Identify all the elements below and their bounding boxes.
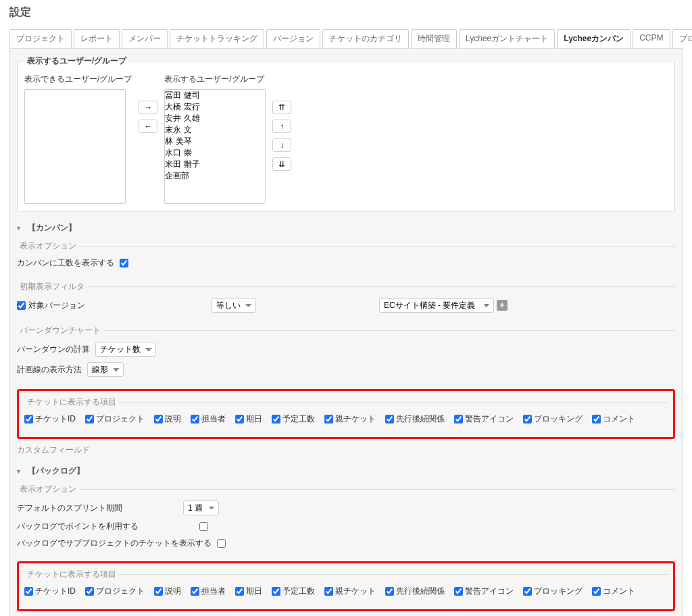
ticket-field-item[interactable]: プロジェクト xyxy=(85,413,145,425)
backlog-ticket-fields-legend: チケットに表示する項目 xyxy=(24,569,119,580)
ticket-field-item[interactable]: 予定工数 xyxy=(272,586,315,597)
tab-time[interactable]: 時間管理 xyxy=(411,29,457,48)
ticket-field-checkbox[interactable] xyxy=(154,415,163,424)
tab-project[interactable]: プロジェクト xyxy=(9,29,72,48)
ticket-field-item[interactable]: 警告アイコン xyxy=(454,413,514,425)
ticket-field-checkbox[interactable] xyxy=(154,587,163,596)
ticket-field-label: 担当者 xyxy=(201,413,226,425)
user-option[interactable]: 安井 久雄 xyxy=(165,113,265,124)
show-subproject-checkbox[interactable] xyxy=(217,539,226,548)
ticket-field-checkbox[interactable] xyxy=(523,415,532,424)
ticket-field-item[interactable]: ブロッキング xyxy=(523,586,583,597)
plan-line-select[interactable]: 線形 xyxy=(87,362,124,377)
ticket-field-item[interactable]: 説明 xyxy=(154,586,181,597)
ticket-field-checkbox[interactable] xyxy=(385,587,394,596)
ticket-field-checkbox[interactable] xyxy=(592,587,601,596)
tab-report[interactable]: レポート xyxy=(74,29,120,48)
target-version-checkbox[interactable] xyxy=(17,301,26,310)
ticket-field-label: プロジェクト xyxy=(96,413,145,425)
ticket-field-item[interactable]: コメント xyxy=(592,586,635,597)
kanban-ticket-fields-highlight: チケットに表示する項目 チケットIDプロジェクト説明担当者期日予定工数親チケット… xyxy=(17,389,675,439)
move-down-button[interactable]: ↓ xyxy=(272,138,291,152)
ticket-field-item[interactable]: チケットID xyxy=(24,586,76,597)
ticket-field-label: 予定工数 xyxy=(282,586,315,597)
selected-users-label: 表示するユーザー/グループ xyxy=(164,74,266,85)
ticket-field-checkbox[interactable] xyxy=(85,587,94,596)
user-option[interactable]: 大橋 宏行 xyxy=(165,101,265,113)
ticket-field-item[interactable]: 先行後続関係 xyxy=(385,413,445,425)
ticket-field-checkbox[interactable] xyxy=(272,587,280,596)
tab-tracking[interactable]: チケットトラッキング xyxy=(170,29,264,48)
use-points-checkbox[interactable] xyxy=(199,522,208,531)
ticket-field-label: プロジェクト xyxy=(96,586,145,597)
move-right-button[interactable]: → xyxy=(139,101,157,114)
ticket-field-checkbox[interactable] xyxy=(85,415,94,424)
ticket-field-checkbox[interactable] xyxy=(454,415,463,424)
ticket-field-checkbox[interactable] xyxy=(24,415,33,424)
kanban-display-options: 表示オプション カンバンに工数を表示する xyxy=(17,240,675,276)
ticket-field-checkbox[interactable] xyxy=(191,587,199,596)
ticket-field-checkbox[interactable] xyxy=(385,415,394,424)
add-filter-icon[interactable]: + xyxy=(497,300,508,311)
tab-categories[interactable]: チケットのカテゴリ xyxy=(322,29,409,48)
ticket-field-item[interactable]: 説明 xyxy=(154,413,181,425)
ticket-field-checkbox[interactable] xyxy=(191,415,199,424)
ticket-field-item[interactable]: 親チケット xyxy=(324,413,376,425)
ticket-field-checkbox[interactable] xyxy=(235,415,244,424)
burndown-calc-select[interactable]: チケット数 xyxy=(95,342,156,357)
tab-gantt[interactable]: Lycheeガントチャート xyxy=(459,29,555,48)
default-sprint-select[interactable]: 1 週 xyxy=(183,500,219,515)
move-bottom-button[interactable]: ⇊ xyxy=(272,157,291,171)
ticket-field-label: 先行後続関係 xyxy=(396,413,445,425)
tab-projectlist[interactable]: プロジェクトごとのリスト xyxy=(672,29,692,48)
ticket-field-label: 担当者 xyxy=(201,586,226,597)
move-left-button[interactable]: ← xyxy=(139,120,157,133)
ticket-field-item[interactable]: 警告アイコン xyxy=(454,586,514,597)
version-value-select[interactable]: ECサイト構築 - 要件定義 xyxy=(379,298,494,313)
ticket-field-item[interactable]: 期日 xyxy=(235,586,262,597)
ticket-field-item[interactable]: 担当者 xyxy=(191,586,226,597)
move-up-button[interactable]: ↑ xyxy=(272,120,291,133)
selected-users-select[interactable]: 冨田 健司大橋 宏行安井 久雄末永 文林 美琴水口 崇米田 雛子企画部 xyxy=(164,89,266,204)
ticket-field-checkbox[interactable] xyxy=(592,415,601,424)
ticket-field-label: 説明 xyxy=(165,586,181,597)
ticket-field-item[interactable]: 予定工数 xyxy=(272,413,315,425)
user-option[interactable]: 企画部 xyxy=(165,170,265,182)
operator-select[interactable]: 等しい xyxy=(212,298,256,313)
ticket-field-checkbox[interactable] xyxy=(454,587,463,596)
tab-ccpm[interactable]: CCPM xyxy=(633,29,670,48)
ticket-field-checkbox[interactable] xyxy=(324,415,333,424)
tab-members[interactable]: メンバー xyxy=(122,29,168,48)
tab-versions[interactable]: バージョン xyxy=(266,29,320,48)
move-top-button[interactable]: ⇈ xyxy=(272,101,291,114)
tab-kanban[interactable]: Lycheeカンバン xyxy=(557,29,631,48)
ticket-field-item[interactable]: 期日 xyxy=(235,413,262,425)
user-option[interactable]: 冨田 健司 xyxy=(165,90,265,101)
user-option[interactable]: 林 美琴 xyxy=(165,136,265,147)
backlog-toggle[interactable]: ▾ 【バックログ】 xyxy=(17,463,675,480)
ticket-field-checkbox[interactable] xyxy=(272,415,280,424)
kanban-toggle[interactable]: ▾ 【カンバン】 xyxy=(17,220,675,236)
user-option[interactable]: 水口 崇 xyxy=(165,147,265,159)
ticket-field-item[interactable]: ブロッキング xyxy=(523,413,583,425)
ticket-field-item[interactable]: プロジェクト xyxy=(85,586,145,597)
ticket-field-checkbox[interactable] xyxy=(324,587,333,596)
available-users-select[interactable] xyxy=(24,89,126,204)
ticket-field-item[interactable]: 先行後続関係 xyxy=(385,586,445,597)
plan-line-label: 計画線の表示方法 xyxy=(17,364,82,376)
ticket-field-checkbox[interactable] xyxy=(24,587,33,596)
burndown-chart: バーンダウンチャート バーンダウンの計算 チケット数 計画線の表示方法 線形 xyxy=(17,325,675,384)
ticket-field-label: チケットID xyxy=(35,586,76,597)
ticket-field-item[interactable]: 親チケット xyxy=(324,586,376,597)
ticket-field-checkbox[interactable] xyxy=(523,587,532,596)
ticket-field-item[interactable]: コメント xyxy=(592,413,635,425)
kanban-custom-fields-label: カスタムフィールド xyxy=(17,444,675,456)
ticket-field-item[interactable]: チケットID xyxy=(24,413,76,425)
user-option[interactable]: 米田 雛子 xyxy=(165,159,265,170)
show-hours-checkbox[interactable] xyxy=(120,259,128,267)
user-option[interactable]: 末永 文 xyxy=(165,124,265,136)
ticket-field-item[interactable]: 担当者 xyxy=(191,413,226,425)
available-users-label: 表示できるユーザー/グループ xyxy=(24,74,132,85)
ticket-field-label: チケットID xyxy=(35,413,76,425)
ticket-field-checkbox[interactable] xyxy=(235,587,244,596)
